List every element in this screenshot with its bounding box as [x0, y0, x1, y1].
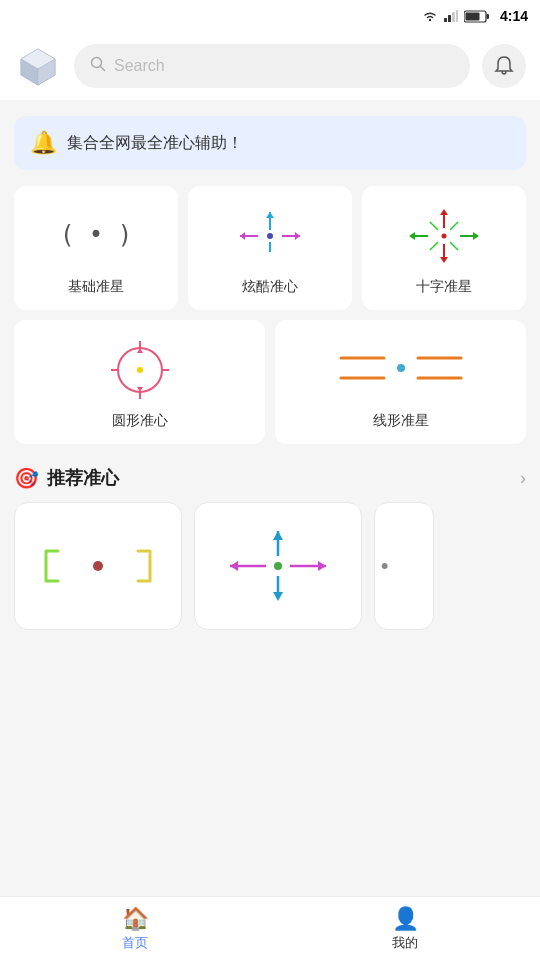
- recommended-title: 推荐准心: [47, 466, 119, 490]
- category-grid-row1: ( • ) 基础准星 炫酷准心: [14, 186, 526, 310]
- svg-rect-1: [444, 18, 447, 22]
- search-placeholder: Search: [114, 57, 165, 75]
- category-grid-row2: 圆形准心 线形准星: [14, 320, 526, 444]
- app-logo: [14, 42, 62, 90]
- category-line[interactable]: 线形准星: [275, 320, 526, 444]
- svg-marker-58: [273, 592, 283, 601]
- svg-point-50: [274, 562, 282, 570]
- nav-mine[interactable]: 👤 我的: [270, 906, 540, 952]
- svg-marker-52: [230, 561, 238, 571]
- home-icon: 🏠: [122, 906, 149, 932]
- banner: 🔔 集合全网最全准心辅助！: [14, 116, 526, 170]
- svg-line-35: [450, 242, 458, 250]
- fancy-crosshair-icon: [230, 204, 310, 268]
- logo-cube-icon: [17, 45, 59, 87]
- svg-marker-27: [440, 257, 448, 263]
- battery-icon: [464, 10, 490, 23]
- more-button[interactable]: ›: [520, 468, 526, 489]
- svg-marker-25: [440, 209, 448, 215]
- notification-button[interactable]: [482, 44, 526, 88]
- svg-rect-4: [456, 10, 458, 22]
- status-icons: 4:14: [422, 8, 528, 24]
- svg-line-13: [101, 67, 105, 71]
- recommended-row: [0, 502, 540, 630]
- svg-rect-7: [465, 12, 479, 20]
- nav-home[interactable]: 🏠 首页: [0, 906, 270, 952]
- svg-marker-54: [318, 561, 326, 571]
- search-bar[interactable]: Search: [74, 44, 470, 88]
- svg-line-33: [450, 222, 458, 230]
- signal-icon: [444, 10, 458, 22]
- rec-card-3[interactable]: [374, 502, 434, 630]
- svg-point-59: [382, 563, 388, 569]
- svg-point-37: [137, 367, 143, 373]
- recommended-section-header: 🎯 推荐准心 ›: [0, 462, 540, 502]
- svg-rect-6: [486, 14, 489, 19]
- basic-crosshair-icon: ( • ): [56, 204, 136, 268]
- line-crosshair-icon: [336, 338, 466, 402]
- basic-label: 基础准星: [68, 278, 124, 296]
- svg-marker-31: [473, 232, 479, 240]
- svg-text:( • ): ( • ): [60, 221, 132, 249]
- status-time: 4:14: [500, 8, 528, 24]
- top-bar: Search: [0, 32, 540, 100]
- home-label: 首页: [122, 934, 148, 952]
- search-icon: [90, 56, 106, 76]
- section-title-wrap: 🎯 推荐准心: [14, 466, 119, 490]
- svg-marker-19: [295, 232, 300, 240]
- svg-point-49: [93, 561, 103, 571]
- svg-marker-17: [240, 232, 245, 240]
- svg-point-0: [429, 19, 431, 21]
- svg-marker-56: [273, 531, 283, 540]
- svg-rect-3: [452, 12, 455, 22]
- category-cross[interactable]: 十字准星: [362, 186, 526, 310]
- wifi-icon: [422, 10, 438, 22]
- cross-label: 十字准星: [416, 278, 472, 296]
- recommended-section-icon: 🎯: [14, 466, 39, 490]
- svg-point-15: [267, 233, 273, 239]
- mine-icon: 👤: [392, 906, 419, 932]
- category-circle[interactable]: 圆形准心: [14, 320, 265, 444]
- banner-icon: 🔔: [30, 130, 57, 156]
- svg-line-32: [430, 222, 438, 230]
- line-label: 线形准星: [373, 412, 429, 430]
- bottom-nav: 🏠 首页 👤 我的: [0, 896, 540, 960]
- svg-point-23: [442, 234, 447, 239]
- banner-text: 集合全网最全准心辅助！: [67, 133, 243, 154]
- rec-card-2[interactable]: [194, 502, 362, 630]
- bell-icon: [493, 55, 515, 77]
- svg-line-34: [430, 242, 438, 250]
- category-fancy[interactable]: 炫酷准心: [188, 186, 352, 310]
- status-bar: 4:14: [0, 0, 540, 32]
- svg-marker-29: [409, 232, 415, 240]
- cross-crosshair-icon: [404, 204, 484, 268]
- svg-marker-21: [266, 212, 274, 218]
- circle-crosshair-icon: [95, 338, 185, 402]
- mine-label: 我的: [392, 934, 418, 952]
- circle-label: 圆形准心: [112, 412, 168, 430]
- svg-rect-2: [448, 15, 451, 22]
- category-basic[interactable]: ( • ) 基础准星: [14, 186, 178, 310]
- svg-point-48: [397, 364, 405, 372]
- fancy-label: 炫酷准心: [242, 278, 298, 296]
- rec-card-1[interactable]: [14, 502, 182, 630]
